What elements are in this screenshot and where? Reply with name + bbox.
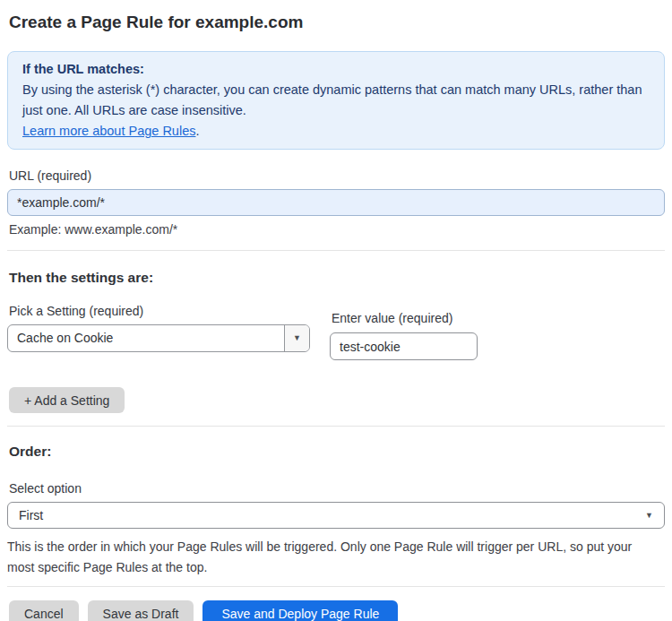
setting-select-arrow-segment[interactable]: ▼	[284, 325, 309, 351]
order-helper-text: This is the order in which your Page Rul…	[7, 537, 643, 578]
chevron-down-icon: ▼	[645, 512, 653, 520]
url-match-info-box: If the URL matches: By using the asteris…	[7, 51, 665, 150]
info-box-body: By using the asterisk (*) character, you…	[22, 80, 650, 121]
order-select-label: Select option	[9, 480, 663, 496]
setting-picker-column: Pick a Setting (required) Cache on Cooki…	[7, 303, 312, 352]
divider	[7, 426, 665, 427]
url-input[interactable]	[7, 189, 665, 216]
divider	[7, 250, 665, 251]
setting-value-label: Enter value (required)	[332, 310, 476, 326]
order-select-value: First	[19, 508, 645, 522]
learn-more-link[interactable]: Learn more about Page Rules	[22, 124, 195, 138]
link-suffix: .	[195, 124, 199, 138]
add-setting-button[interactable]: + Add a Setting	[9, 387, 125, 413]
url-example-helper: Example: www.example.com/*	[9, 221, 663, 238]
save-and-deploy-button[interactable]: Save and Deploy Page Rule	[202, 600, 398, 621]
divider	[7, 586, 665, 587]
url-field-label: URL (required)	[9, 168, 663, 184]
setting-picker-label: Pick a Setting (required)	[9, 303, 310, 319]
order-select[interactable]: First ▼	[7, 502, 665, 529]
footer-actions: Cancel Save as Draft Save and Deploy Pag…	[9, 600, 663, 621]
order-section-heading: Order:	[9, 443, 663, 461]
info-box-heading: If the URL matches:	[22, 59, 650, 80]
save-as-draft-button[interactable]: Save as Draft	[88, 600, 194, 621]
chevron-down-icon: ▼	[293, 334, 301, 342]
setting-value-input[interactable]	[330, 332, 478, 360]
setting-select-value: Cache on Cookie	[8, 325, 284, 351]
page-title: Create a Page Rule for example.com	[9, 11, 663, 34]
settings-row: Pick a Setting (required) Cache on Cooki…	[7, 303, 665, 360]
info-box-link-line: Learn more about Page Rules.	[22, 121, 650, 142]
cancel-button[interactable]: Cancel	[9, 600, 79, 621]
page-rule-form: Create a Page Rule for example.com If th…	[0, 11, 672, 621]
setting-select[interactable]: Cache on Cookie ▼	[7, 324, 310, 352]
setting-value-column: Enter value (required)	[330, 303, 478, 360]
settings-section-heading: Then the settings are:	[9, 269, 663, 287]
